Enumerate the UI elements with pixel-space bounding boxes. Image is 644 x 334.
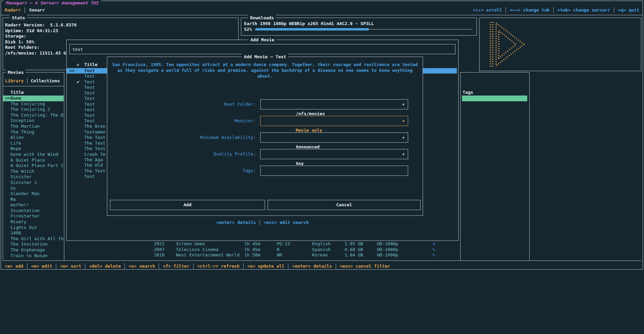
movie-list-item[interactable]: The Girl with All the bbox=[3, 236, 64, 242]
movie-list-item[interactable]: The Martian bbox=[3, 124, 64, 129]
servarr-tab[interactable]: Radarr bbox=[5, 7, 21, 13]
form-field-select[interactable]: Announced ▼ bbox=[260, 132, 408, 143]
movie-list-item[interactable]: A Quiet Place Part II bbox=[3, 163, 64, 169]
movie-list-item[interactable]: Slender Man bbox=[3, 191, 64, 197]
movies-tabs-divider bbox=[3, 86, 64, 86]
add-movie-modal-title: Add Movie – Test bbox=[242, 54, 288, 60]
in-library-check-icon bbox=[77, 146, 84, 151]
downloads-body: Earth 1998 1080p WEBRip x265 Hindi AAC2.… bbox=[241, 18, 476, 32]
movie-list-item[interactable]: The Witch bbox=[3, 169, 64, 174]
movie-overview: San Francisco, 1985. Two opposites attra… bbox=[110, 62, 420, 79]
movie-list-item[interactable]: Us bbox=[3, 186, 64, 191]
movie-list-item[interactable]: Sinister bbox=[3, 174, 64, 180]
movie-list-item[interactable]: The Conjuring 2 bbox=[3, 107, 64, 112]
movie-title: Sinister 2 bbox=[10, 180, 64, 186]
selection-arrow bbox=[69, 129, 77, 135]
movie-runtime: 1h 58m bbox=[244, 252, 260, 258]
tags-column-header: Tags bbox=[463, 89, 473, 95]
keybinding-hint: <e> edit bbox=[27, 263, 52, 269]
dropdown-arrow-icon: ▼ bbox=[402, 149, 404, 159]
movie-title: Inception bbox=[10, 118, 64, 124]
library-table-row[interactable]: 2022 Screen Gems 1h 45m PG-13 English 1.… bbox=[0, 241, 644, 247]
cancel-button[interactable]: Cancel bbox=[268, 200, 421, 210]
selection-arrow bbox=[5, 101, 10, 107]
movie-list-item[interactable]: Lights Out bbox=[3, 225, 64, 231]
selection-arrow bbox=[5, 129, 10, 135]
selection-arrow bbox=[69, 146, 77, 151]
in-library-check-icon bbox=[77, 74, 84, 79]
movie-list-item[interactable]: The Thing bbox=[3, 129, 64, 135]
uptime: Uptime: 31d 04:31:23 bbox=[5, 28, 236, 34]
movie-title: Alien bbox=[10, 135, 64, 141]
top-help-bar: <↑↓> scroll <←→> change tab <tab> change… bbox=[473, 7, 639, 13]
selected-row-tags-cell bbox=[462, 96, 527, 101]
keybinding-hint: <del> delete bbox=[85, 263, 121, 269]
movie-size: 1.95 GB bbox=[345, 241, 363, 247]
movie-year: 2007 bbox=[154, 247, 164, 253]
movie-list-item[interactable]: 1408 bbox=[3, 230, 64, 236]
form-field-select[interactable] bbox=[260, 166, 408, 176]
form-field-select[interactable]: Movie only ▼ bbox=[260, 116, 408, 126]
add-button[interactable]: Add bbox=[110, 200, 265, 210]
movie-search-input[interactable] bbox=[70, 44, 455, 54]
selection-arrow bbox=[69, 74, 77, 79]
dropdown-arrow-icon: ▼ bbox=[402, 100, 404, 109]
movie-list-item[interactable]: A Quiet Place bbox=[3, 158, 64, 163]
selection-arrow bbox=[69, 163, 77, 168]
movie-list-item[interactable]: Nope bbox=[3, 146, 64, 152]
movies-list: => Dune The Conjuring The Conjuring 2 Th… bbox=[3, 96, 64, 258]
in-library-check-icon bbox=[77, 118, 84, 124]
keybinding-hint: <s> search bbox=[125, 263, 155, 269]
keybinding-hint: <enter> details bbox=[216, 220, 256, 225]
movie-list-item[interactable]: Ma bbox=[3, 197, 64, 203]
movie-title: Sinister bbox=[10, 174, 64, 180]
in-library-check-icon bbox=[77, 157, 84, 163]
movie-list-item[interactable]: Sinister 2 bbox=[3, 180, 64, 186]
movie-list-item[interactable]: Gone with the Wind bbox=[3, 152, 64, 158]
movie-list-item[interactable]: Firestarter bbox=[3, 213, 64, 219]
stats-panel-title: Stats bbox=[10, 15, 27, 21]
movie-list-item[interactable]: Life bbox=[3, 141, 64, 146]
movie-list-item[interactable]: Incantation bbox=[3, 208, 64, 214]
selection-arrow bbox=[5, 112, 10, 118]
movie-rating: PG-13 bbox=[277, 241, 290, 247]
download-progress-fill bbox=[255, 28, 369, 30]
selection-arrow bbox=[5, 169, 10, 174]
in-library-check-icon bbox=[77, 163, 84, 168]
servarr-tab[interactable]: Sonarr bbox=[25, 7, 45, 13]
edit-pencil-icon: ✎ bbox=[432, 247, 435, 253]
tags-panel: Tags bbox=[460, 72, 530, 261]
selection-arrow bbox=[5, 135, 10, 141]
movie-list-item[interactable]: mother! bbox=[3, 202, 64, 208]
in-library-check-icon bbox=[77, 135, 84, 140]
selection-arrow bbox=[5, 197, 10, 203]
movie-list-item[interactable]: Inception bbox=[3, 118, 64, 124]
library-table-row[interactable]: 2007 Telecinco Cinema 1h 45m R Spanish 0… bbox=[0, 247, 644, 253]
form-field-select[interactable]: Any ▼ bbox=[260, 149, 408, 159]
keybinding-hint: <a> add bbox=[5, 263, 23, 269]
movie-title: The Conjuring: The De bbox=[10, 112, 64, 118]
movies-tab[interactable]: Collections bbox=[27, 78, 60, 84]
logo-panel bbox=[479, 18, 641, 71]
movie-title: Us bbox=[10, 186, 64, 191]
selection-arrow bbox=[5, 230, 10, 236]
movies-tab[interactable]: Library bbox=[5, 78, 24, 84]
movie-list-item[interactable]: Misery bbox=[3, 219, 64, 225]
movie-list-item[interactable]: => Dune bbox=[3, 96, 64, 101]
movie-title: The Girl with All the bbox=[10, 236, 64, 242]
movie-title: Life bbox=[10, 141, 64, 146]
in-library-check-icon bbox=[77, 174, 84, 179]
radarr-version: Radarr Version: 5.2.6.8376 bbox=[5, 22, 236, 28]
movie-list-item[interactable]: The Conjuring: The De bbox=[3, 112, 64, 118]
keybinding-hint: <f> filter bbox=[159, 263, 189, 269]
movie-year: 2016 bbox=[154, 252, 164, 258]
keybinding-hint: <q> quit bbox=[614, 7, 639, 13]
selection-arrow bbox=[5, 158, 10, 163]
movie-list-item[interactable]: The Conjuring bbox=[3, 101, 64, 107]
downloads-panel-title: Downloads bbox=[248, 15, 276, 21]
form-field-select[interactable]: /nfs/movies ▼ bbox=[260, 99, 408, 109]
movie-title: Incantation bbox=[10, 208, 64, 214]
library-table-row[interactable]: 2016 Next Entertainment World 1h 58m NR … bbox=[0, 252, 644, 258]
movie-list-item[interactable]: Alien bbox=[3, 135, 64, 141]
movies-tabs: Library Collections bbox=[5, 78, 60, 84]
